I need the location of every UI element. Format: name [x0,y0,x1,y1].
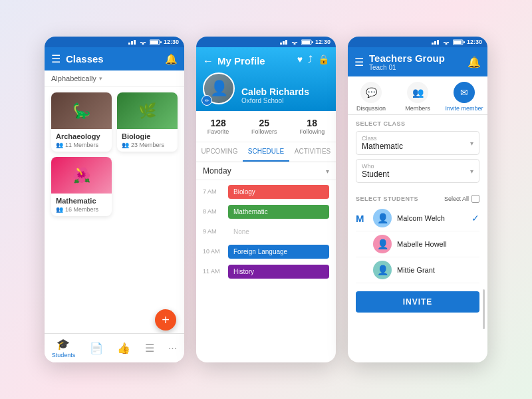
svg-rect-5 [150,41,158,44]
tg-bell-icon[interactable]: 🔔 [467,56,481,68]
page-title-1: Classes [66,53,160,65]
tg-tabs: 💬 Disqussion 👥 Members ✉ Invite member [348,76,487,115]
student-row-mabelle[interactable]: 👤 Mabelle Howell [356,231,479,257]
schedule-item-11am: 11 AM History [196,261,336,281]
tab-activities[interactable]: ACTIVITIES [289,142,336,162]
invite-button[interactable]: INVITE [356,291,479,313]
students-section: SELECT STUDENTS Select All M 👤 Malcom We… [348,190,487,286]
class-info-archaeology: Archaeology 👥 11 Members [51,129,112,152]
svg-rect-9 [285,40,287,45]
class-title-archaeology: Archaeology [56,132,107,140]
heart-icon[interactable]: ♥ [297,54,303,65]
tab-schedule[interactable]: SCHEDULE [243,142,289,162]
following-count: 18 [299,118,325,128]
tg-top-row: ☰ Teachers Group Teach 01 🔔 [354,53,481,71]
favorite-count: 128 [207,118,229,128]
time-7am: 7 AM [203,188,221,195]
svg-rect-16 [437,40,439,45]
members-icon-1: 👥 [56,142,63,148]
who-select-label: Who [362,163,389,170]
tg-tab-discussion[interactable]: 💬 Disqussion [348,82,394,112]
nav-list[interactable]: ☰ [145,342,154,354]
profile-page-title: My Profile [217,55,265,66]
class-card-archaeology[interactable]: 🦕 Archaeology 👥 11 Members [51,92,112,152]
back-button[interactable]: ← [203,55,213,67]
student-avatar-malcom: 👤 [373,209,392,227]
status-icons-3: 12:30 [432,39,482,45]
battery-icon-2 [301,39,313,45]
mathematic-block: Mathematic [228,205,329,219]
status-icons-2: 12:30 [280,39,331,45]
svg-rect-20 [464,41,465,43]
classes-grid: 🦕 Archaeology 👥 11 Members 🌿 Biologie 👥 … [45,87,184,221]
followers-count: 25 [251,118,277,128]
time-9am: 9 AM [203,228,221,235]
who-select-value: Student [362,170,389,179]
nav-students[interactable]: 🎓 Students [52,338,76,358]
class-title-mathematic: Mathematic [56,197,107,205]
class-select-dropdown[interactable]: Class Mathematic ▾ [356,131,479,155]
student-name-mittie: Mittie Grant [397,266,479,274]
members-icon: 👥 [407,82,428,103]
stat-favorite: 128 Favorite [207,118,229,135]
scrollbar [483,289,485,329]
class-img-mathematic: 🌺 [51,157,112,194]
who-select-dropdown[interactable]: Who Student ▾ [356,159,479,183]
class-card-biologie[interactable]: 🌿 Biologie 👥 23 Members [117,92,178,152]
class-card-mathematic[interactable]: 🌺 Mathematic 👥 16 Members [51,157,112,216]
nav-likes[interactable]: 👍 [117,342,130,354]
students-header: SELECT STUDENTS Select All [356,195,479,203]
tg-members-label: Members [405,105,430,112]
select-class-section: SELECT CLASS Class Mathematic ▾ Who Stud… [348,115,487,190]
student-name-malcom: Malcom Welch [397,214,466,222]
battery-icon-3 [453,39,465,45]
wifi-icon-3 [442,39,451,45]
who-select-inner: Who Student [362,163,389,179]
wifi-icon [138,39,148,45]
tg-group-subtitle: Teach 01 [369,64,467,71]
nav-docs[interactable]: 📄 [90,342,103,354]
bottom-nav-1: 🎓 Students 📄 👍 ☰ ··· [45,333,184,362]
phone-classes: 12:30 ☰ Classes 🔔 Alphabetically ▾ 🦕 Arc… [45,37,184,362]
svg-rect-7 [280,43,282,45]
select-all-label: Select All [444,196,469,202]
phone-teachers-group: 12:30 ☰ Teachers Group Teach 01 🔔 💬 Disq… [348,37,487,362]
schedule-tabs: UPCOMING SCHEDULE ACTIVITIES [196,142,336,162]
signal-icon-3 [432,39,440,45]
tg-tab-invite[interactable]: ✉ Invite member [441,82,487,112]
student-check-malcom: ✓ [471,213,479,223]
tab-upcoming[interactable]: UPCOMING [196,142,243,162]
filter-label: Alphabetically [51,74,96,82]
student-letter-m: M [356,213,368,224]
svg-rect-14 [432,43,434,45]
add-class-fab[interactable]: + [155,309,176,331]
select-all-button[interactable]: Select All [444,195,479,203]
student-row-mittie[interactable]: 👤 Mittie Grant [356,257,479,283]
tg-menu-icon[interactable]: ☰ [354,56,364,68]
edit-avatar-icon[interactable]: ✏ [201,95,212,106]
menu-icon-1[interactable]: ☰ [51,53,61,65]
svg-rect-1 [131,41,133,45]
bell-icon-1[interactable]: 🔔 [165,53,178,65]
student-row-malcom[interactable]: M 👤 Malcom Welch ✓ [356,205,479,231]
tg-discussion-label: Disqussion [356,105,386,112]
tg-group-title: Teachers Group [369,53,467,64]
members-icon-2: 👥 [122,142,129,148]
nav-more[interactable]: ··· [168,342,177,354]
who-chevron-icon: ▾ [470,168,473,175]
time-11am: 11 AM [203,268,221,275]
signal-icon-2 [280,39,288,45]
profile-header: ← My Profile ♥ ⤴ 🔒 👤 ✏ Caleb Richards Ox… [196,47,336,111]
select-all-checkbox[interactable] [471,195,479,203]
status-icons-1: 12:30 [128,39,179,45]
share-icon[interactable]: ⤴ [308,54,313,65]
list-icon: ☰ [145,342,154,354]
tg-header: ☰ Teachers Group Teach 01 🔔 [348,47,487,76]
filter-arrow-icon: ▾ [99,75,102,82]
lock-icon[interactable]: 🔒 [318,54,329,65]
tg-tab-members[interactable]: 👥 Members [394,82,441,112]
filter-dropdown[interactable]: Alphabetically ▾ [51,74,102,82]
profile-action-icons: ♥ ⤴ 🔒 [297,54,329,65]
schedule-day-header: Monday ▾ [196,162,336,180]
phone-profile: 12:30 ← My Profile ♥ ⤴ 🔒 👤 ✏ Caleb Richa… [196,37,336,362]
